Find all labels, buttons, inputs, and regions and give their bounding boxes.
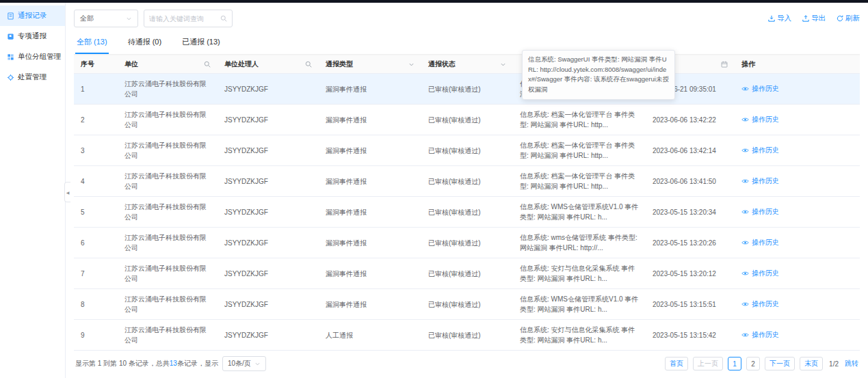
- table-row[interactable]: 4江苏云涌电子科技股份有限公司JSYYDZKJGF漏洞事件通报已审核(审核通过)…: [74, 166, 860, 197]
- cell-type: 漏洞事件通报: [319, 289, 421, 320]
- cell-index: 3: [74, 135, 118, 166]
- tooltip: 信息系统: SwaggerUI 事件类型: 网站漏洞 事件URL: http:/…: [522, 50, 675, 100]
- table-header: 序号 单位 单位处理人 通报类型 通报状态 操作: [74, 55, 860, 74]
- action-history-link[interactable]: 操作历史: [741, 268, 779, 278]
- cell-unit: 江苏云涌电子科技股份有限公司: [118, 197, 218, 228]
- table-row[interactable]: 3江苏云涌电子科技股份有限公司JSYYDZKJGF漏洞事件通报已审核(审核通过)…: [74, 135, 860, 166]
- chevron-down-icon: [254, 361, 261, 367]
- page-size-select[interactable]: 10条/页: [222, 356, 266, 371]
- chevron-down-icon[interactable]: [500, 62, 506, 68]
- search-input[interactable]: [149, 15, 220, 23]
- cell-unit: 江苏云涌电子科技股份有限公司: [118, 320, 218, 351]
- cell-type: 漏洞事件通报: [319, 166, 421, 197]
- sidebar-collapse-handle[interactable]: ◀: [64, 182, 70, 202]
- cell-unit: 江苏云涌电子科技股份有限公司: [118, 228, 218, 258]
- cell-handler: JSYYDZKJGF: [218, 289, 319, 320]
- table-row[interactable]: 8江苏云涌电子科技股份有限公司JSYYDZKJGF漏洞事件通报已审核(审核通过)…: [74, 289, 860, 320]
- cell-time: 2023-05-15 13:20:34: [646, 197, 735, 228]
- cell-index: 2: [74, 105, 118, 135]
- tab-all[interactable]: 全部 (13): [75, 33, 109, 54]
- page-info: 1/2: [828, 360, 840, 368]
- sidebar-item-special-reports[interactable]: 专项通报: [0, 26, 65, 46]
- main-content: 全部 导入 导出 刷新: [66, 3, 868, 378]
- action-history-link[interactable]: 操作历史: [741, 299, 779, 309]
- sidebar-item-label: 单位分组管理: [18, 52, 61, 62]
- next-page-button[interactable]: 下一页: [765, 357, 795, 370]
- eye-icon: [741, 271, 749, 276]
- page-button-1[interactable]: 1: [728, 357, 741, 370]
- cell-type: 漏洞事件通报: [319, 197, 421, 228]
- col-handler: 单位处理人: [218, 55, 319, 74]
- sidebar: 通报记录专项通报单位分组管理处置管理 ◀: [0, 3, 66, 378]
- search-icon[interactable]: [220, 15, 227, 22]
- cell-action: 操作历史: [735, 74, 860, 105]
- action-history-link[interactable]: 操作历史: [741, 176, 779, 186]
- cell-unit: 江苏云涌电子科技股份有限公司: [118, 135, 218, 166]
- export-icon: [802, 15, 809, 22]
- eye-icon: [741, 117, 749, 122]
- table-row[interactable]: 1江苏云涌电子科技股份有限公司JSYYDZKJGF漏洞事件通报已审核(审核通过)…: [74, 74, 860, 105]
- action-history-link[interactable]: 操作历史: [741, 114, 779, 124]
- sidebar-item-disposal-mgmt[interactable]: 处置管理: [0, 67, 65, 87]
- table-row[interactable]: 7江苏云涌电子科技股份有限公司JSYYDZKJGF漏洞事件通报已审核(审核通过)…: [74, 258, 860, 289]
- eye-icon: [741, 178, 749, 184]
- cell-type: 漏洞事件通报: [319, 228, 421, 258]
- export-button[interactable]: 导出: [802, 14, 826, 23]
- cell-unit: 江苏云涌电子科技股份有限公司: [118, 258, 218, 289]
- page-button-2[interactable]: 2: [746, 357, 760, 370]
- import-button[interactable]: 导入: [768, 14, 791, 23]
- cell-content: 信息系统: WMS仓储管理系统V1.0 事件类型: 网站漏洞 事件URL: h.…: [513, 289, 646, 320]
- search-filter-icon[interactable]: [204, 61, 211, 68]
- table-row[interactable]: 6江苏云涌电子科技股份有限公司JSYYDZKJGF漏洞事件通报已审核(审核通过)…: [74, 228, 860, 258]
- sidebar-item-label: 通报记录: [18, 11, 47, 21]
- cell-action: 操作历史: [735, 289, 860, 320]
- refresh-button[interactable]: 刷新: [837, 14, 860, 23]
- col-index: 序号: [74, 55, 118, 74]
- cell-status: 已审核(审核通过): [421, 320, 513, 351]
- cell-index: 7: [74, 258, 118, 289]
- jump-button[interactable]: 跳转: [845, 359, 858, 368]
- cell-handler: JSYYDZKJGF: [218, 135, 319, 166]
- calendar-icon[interactable]: [721, 61, 728, 68]
- cell-content: 信息系统: 档案一体化管理平台 事件类型: 网站漏洞 事件URL: http..…: [513, 135, 646, 166]
- disposal-icon: [7, 74, 14, 81]
- cell-content: 信息系统: 档案一体化管理平台 事件类型: 网站漏洞 事件URL: http..…: [513, 166, 646, 197]
- last-page-button[interactable]: 末页: [800, 357, 823, 370]
- sidebar-item-label: 专项通报: [18, 31, 47, 41]
- eye-icon: [741, 148, 749, 153]
- cell-content: 信息系统: 安灯与信息化采集系统 事件类型: 网站漏洞 事件URL: h...: [513, 320, 646, 351]
- chevron-down-icon[interactable]: [408, 62, 415, 68]
- cell-index: 4: [74, 166, 118, 197]
- tabs: 全部 (13)待通报 (0)已通报 (13): [74, 33, 860, 55]
- filter-select[interactable]: 全部: [74, 10, 138, 27]
- cell-index: 6: [74, 228, 118, 258]
- app-window: 通报记录专项通报单位分组管理处置管理 ◀ 全部 导入 导出: [0, 3, 868, 378]
- cell-time: 2023-05-15 13:15:51: [646, 289, 735, 320]
- action-history-link[interactable]: 操作历史: [741, 237, 779, 247]
- cell-status: 已审核(审核通过): [421, 197, 513, 228]
- cell-type: 漏洞事件通报: [319, 258, 421, 289]
- table-row[interactable]: 9江苏云涌电子科技股份有限公司JSYYDZKJGF人工通报已审核(审核通过)信息…: [74, 320, 860, 351]
- cell-handler: JSYYDZKJGF: [218, 166, 319, 197]
- filter-select-value: 全部: [80, 14, 94, 23]
- import-icon: [768, 15, 775, 22]
- sidebar-item-report-records[interactable]: 通报记录: [0, 5, 65, 26]
- search-filter-icon[interactable]: [305, 61, 312, 68]
- first-page-button[interactable]: 首页: [665, 357, 688, 370]
- cell-status: 已审核(审核通过): [421, 166, 513, 197]
- prev-page-button[interactable]: 上一页: [693, 357, 723, 370]
- action-history-link[interactable]: 操作历史: [741, 145, 779, 155]
- table-row[interactable]: 5江苏云涌电子科技股份有限公司JSYYDZKJGF漏洞事件通报已审核(审核通过)…: [74, 197, 860, 228]
- sidebar-item-unit-group-mgmt[interactable]: 单位分组管理: [0, 46, 65, 67]
- cell-action: 操作历史: [735, 320, 860, 351]
- eye-icon: [741, 86, 749, 92]
- cell-time: 2023-06-06 13:42:22: [646, 105, 735, 135]
- cell-action: 操作历史: [735, 166, 860, 197]
- tab-reported[interactable]: 已通报 (13): [181, 33, 222, 54]
- eye-icon: [741, 301, 749, 307]
- tab-pending[interactable]: 待通报 (0): [127, 33, 163, 54]
- table-row[interactable]: 2江苏云涌电子科技股份有限公司JSYYDZKJGF漏洞事件通报已审核(审核通过)…: [74, 105, 860, 135]
- action-history-link[interactable]: 操作历史: [741, 329, 779, 340]
- action-history-link[interactable]: 操作历史: [741, 206, 779, 217]
- action-history-link[interactable]: 操作历史: [741, 83, 779, 94]
